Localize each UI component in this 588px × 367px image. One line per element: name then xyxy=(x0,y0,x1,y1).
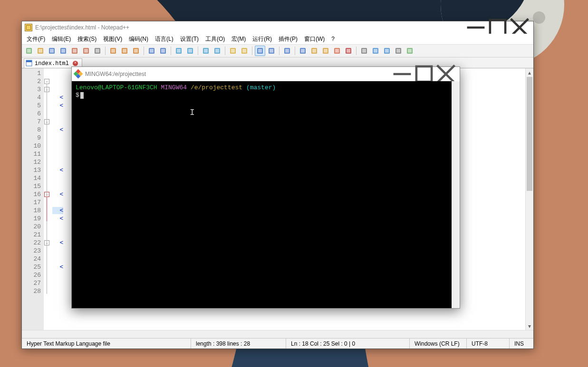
horizontal-scrollbar[interactable] xyxy=(22,330,533,338)
save-all-icon[interactable] xyxy=(58,46,68,56)
folder-icon[interactable] xyxy=(332,46,342,56)
term-maximize-button[interactable] xyxy=(413,68,435,80)
vertical-scrollbar[interactable]: ▴ ▾ xyxy=(525,68,533,330)
show-all-icon[interactable] xyxy=(266,46,277,56)
menu-item[interactable]: 设置(T) xyxy=(177,34,202,44)
term-scrollbar[interactable] xyxy=(452,81,460,308)
npp-statusbar: Hyper Text Markup Language file length :… xyxy=(22,338,533,348)
new-file-icon[interactable] xyxy=(24,46,34,56)
menu-item[interactable]: 视图(V) xyxy=(100,34,125,44)
svg-rect-45 xyxy=(285,49,289,53)
scroll-down-icon[interactable]: ▾ xyxy=(526,322,533,330)
status-position: Ln : 18 Col : 25 Sel : 0 | 0 xyxy=(286,339,410,348)
svg-rect-23 xyxy=(134,49,138,53)
svg-rect-5 xyxy=(27,49,31,53)
npp-titlebar[interactable]: E:\projecttest\index.html - Notepad++ xyxy=(22,21,533,34)
svg-rect-17 xyxy=(96,49,99,53)
menu-item[interactable]: 编码(N) xyxy=(126,34,151,44)
zoom-out-icon[interactable] xyxy=(212,46,222,56)
menu-item[interactable]: 插件(P) xyxy=(276,34,300,44)
term-minimize-button[interactable] xyxy=(391,68,413,80)
svg-rect-1 xyxy=(490,20,505,35)
scroll-up-icon[interactable]: ▴ xyxy=(526,68,533,76)
menu-item[interactable]: 文件(F) xyxy=(24,34,48,44)
save-icon[interactable] xyxy=(47,46,57,56)
term-input-line[interactable]: $ xyxy=(76,92,456,99)
svg-rect-51 xyxy=(324,49,328,53)
status-insert-mode: INS xyxy=(510,339,533,348)
scroll-thumb[interactable] xyxy=(527,77,532,191)
play-multi-icon[interactable] xyxy=(393,46,404,56)
menu-item[interactable]: 窗口(W) xyxy=(301,34,328,44)
save-macro-icon[interactable] xyxy=(405,46,415,56)
open-file-icon[interactable] xyxy=(35,46,46,56)
git-bash-icon xyxy=(75,70,82,78)
term-body[interactable]: Lenovo@LAPTOP-61GNF3CH MINGW64 /e/projec… xyxy=(72,81,460,308)
svg-rect-13 xyxy=(73,49,77,53)
menu-item[interactable]: ? xyxy=(328,35,337,43)
close-all-icon[interactable] xyxy=(81,46,91,56)
svg-rect-59 xyxy=(374,49,377,53)
status-eol: Windows (CR LF) xyxy=(410,339,467,348)
svg-rect-15 xyxy=(84,49,88,53)
find-icon[interactable] xyxy=(174,46,184,56)
print-icon[interactable] xyxy=(92,46,103,56)
cut-icon[interactable] xyxy=(108,46,118,56)
tab-close-button[interactable]: × xyxy=(73,61,78,66)
paste-icon[interactable] xyxy=(131,46,141,56)
stop-icon[interactable] xyxy=(370,46,381,56)
menu-item[interactable]: 宏(M) xyxy=(229,34,249,44)
svg-rect-57 xyxy=(362,49,366,53)
term-prompt-line: Lenovo@LAPTOP-61GNF3CH MINGW64 /e/projec… xyxy=(76,84,456,92)
svg-rect-53 xyxy=(335,49,339,53)
term-close-button[interactable] xyxy=(435,68,457,80)
menu-item[interactable]: 搜索(S) xyxy=(75,34,99,44)
fold-toggle[interactable]: - xyxy=(44,79,49,84)
func-list-icon[interactable] xyxy=(320,46,331,56)
replace-icon[interactable] xyxy=(185,46,195,56)
text-cursor-ibeam: I xyxy=(190,109,195,116)
mingw-terminal-window: MINGW64:/e/projecttest Lenovo@LAPTOP-61G… xyxy=(71,66,460,309)
svg-rect-19 xyxy=(111,49,115,53)
svg-rect-49 xyxy=(312,49,316,53)
svg-rect-41 xyxy=(258,49,262,53)
svg-rect-33 xyxy=(204,49,208,53)
term-title-text: MINGW64:/e/projecttest xyxy=(85,71,391,77)
sync-h-icon[interactable] xyxy=(239,46,250,56)
copy-icon[interactable] xyxy=(119,46,130,56)
indent-guide-icon[interactable] xyxy=(282,46,292,56)
undo-icon[interactable] xyxy=(146,46,157,56)
record-icon[interactable] xyxy=(359,46,369,56)
npp-close-button[interactable] xyxy=(509,21,530,34)
play-icon[interactable] xyxy=(382,46,392,56)
monitor-icon[interactable] xyxy=(343,46,354,56)
term-titlebar[interactable]: MINGW64:/e/projecttest xyxy=(72,67,460,81)
npp-minimize-button[interactable] xyxy=(465,21,487,34)
menu-item[interactable]: 编辑(E) xyxy=(49,34,74,44)
svg-rect-25 xyxy=(150,49,154,53)
svg-rect-55 xyxy=(347,49,350,53)
status-length: length : 398 lines : 28 xyxy=(191,339,286,348)
menu-item[interactable]: 语言(L) xyxy=(152,34,176,44)
notepadpp-app-icon xyxy=(25,24,32,31)
sync-v-icon[interactable] xyxy=(228,46,238,56)
svg-rect-67 xyxy=(26,60,32,62)
svg-rect-43 xyxy=(270,49,273,53)
svg-rect-21 xyxy=(123,49,126,53)
svg-rect-27 xyxy=(161,49,165,53)
lang-icon[interactable] xyxy=(298,46,308,56)
close-icon[interactable] xyxy=(69,46,80,56)
npp-maximize-button[interactable] xyxy=(487,21,509,34)
svg-rect-31 xyxy=(188,49,192,53)
doc-map-icon[interactable] xyxy=(309,46,319,56)
svg-rect-61 xyxy=(385,49,389,53)
status-language: Hyper Text Markup Language file xyxy=(22,339,191,348)
menu-item[interactable]: 运行(R) xyxy=(250,34,275,44)
svg-rect-9 xyxy=(50,49,54,53)
menu-item[interactable]: 工具(O) xyxy=(202,34,228,44)
zoom-in-icon[interactable] xyxy=(201,46,211,56)
svg-rect-65 xyxy=(408,49,412,53)
redo-icon[interactable] xyxy=(158,46,168,56)
status-encoding: UTF-8 xyxy=(467,339,510,348)
word-wrap-icon[interactable] xyxy=(255,46,265,56)
